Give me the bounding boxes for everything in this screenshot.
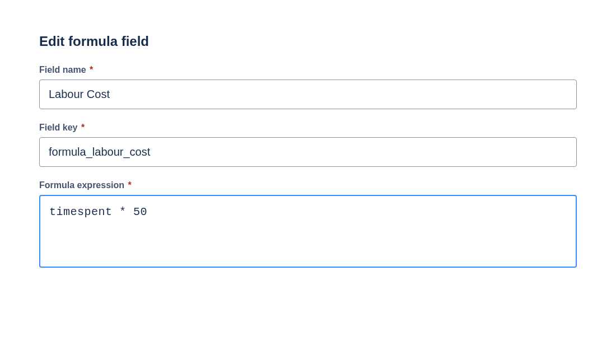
field-key-label-text: Field key — [39, 123, 77, 132]
field-name-input[interactable] — [39, 80, 577, 109]
required-asterisk: * — [128, 180, 132, 190]
field-name-group: Field name * — [39, 65, 577, 109]
field-key-group: Field key * — [39, 123, 577, 167]
required-asterisk: * — [90, 65, 93, 74]
field-name-label-text: Field name — [39, 65, 86, 74]
formula-expression-input[interactable]: timespent * 50 — [39, 195, 577, 268]
field-name-label: Field name * — [39, 65, 577, 75]
formula-expression-group: Formula expression * timespent * 50 — [39, 180, 577, 270]
field-key-input[interactable] — [39, 137, 577, 167]
field-key-label: Field key * — [39, 123, 577, 133]
formula-expression-label-text: Formula expression — [39, 180, 124, 190]
required-asterisk: * — [81, 123, 85, 132]
edit-formula-field-form: Edit formula field Field name * Field ke… — [39, 34, 577, 270]
page-title: Edit formula field — [39, 34, 577, 49]
formula-expression-label: Formula expression * — [39, 180, 577, 190]
